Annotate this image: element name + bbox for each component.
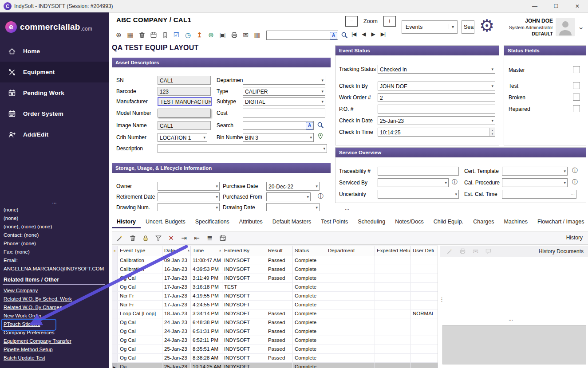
table-row[interactable]: Og Cal25-Jan-238:38:28 AMINDYSOFTPassedC… <box>112 354 438 363</box>
barcode-field[interactable]: 123 <box>158 87 211 96</box>
time-spinner[interactable]: ▴ ▾ <box>489 128 495 136</box>
delete-icon[interactable] <box>128 234 137 243</box>
search-icon[interactable] <box>341 31 348 39</box>
events-dropdown[interactable]: Events <box>402 20 458 34</box>
check-in-time-field[interactable]: 10:14:25 <box>378 128 495 137</box>
asset-search-icon[interactable] <box>317 121 324 129</box>
nav-prev-button[interactable]: ◀ <box>362 31 365 37</box>
tab[interactable]: Child Equip. <box>429 215 468 227</box>
related-link[interactable]: New Work Order <box>4 312 41 320</box>
owner-dropdown[interactable] <box>158 182 220 191</box>
wand-icon[interactable] <box>115 234 124 243</box>
list-view-icon[interactable]: ≣ <box>205 234 214 243</box>
related-link[interactable]: Batch Update Test <box>4 354 45 362</box>
clock-icon[interactable]: ◷ <box>184 31 192 39</box>
print-icon[interactable] <box>458 247 467 255</box>
checkbox-task-icon[interactable]: ☑ <box>172 31 181 39</box>
drawing-date-dropdown[interactable] <box>266 203 320 211</box>
sidebar-item-home[interactable]: Home <box>0 41 109 62</box>
tab[interactable]: Attributes <box>234 215 268 227</box>
tab[interactable]: Charges <box>468 215 499 227</box>
nav-last-button[interactable]: ▶| <box>381 31 385 37</box>
spinner-up-icon[interactable]: ▴ <box>492 129 493 132</box>
check-in-date-dropdown[interactable]: 25-Jan-23 <box>378 116 495 125</box>
column-header-event-type[interactable]: Event Type <box>118 246 162 256</box>
filter-icon[interactable] <box>154 234 162 243</box>
est-cal-time-ellipsis-button[interactable]: ... <box>571 191 575 196</box>
est-cal-time-field[interactable] <box>502 190 576 199</box>
sidebar-item-order-system[interactable]: Order System <box>0 103 109 124</box>
column-header-department[interactable]: Department <box>326 246 375 256</box>
column-header-date[interactable]: Date▴ <box>162 246 191 256</box>
image-name-field[interactable]: CAL1 <box>158 121 211 130</box>
asset-search-field[interactable] <box>243 121 314 130</box>
table-row[interactable]: Og Cal25-Jan-238:35:51 AMINDYSOFTPassedC… <box>112 345 438 354</box>
related-link[interactable]: Equipment Company Transfer <box>4 337 71 345</box>
column-header-status[interactable]: Status <box>293 246 326 256</box>
export-form-icon[interactable]: ▥ <box>253 31 261 39</box>
column-header-result[interactable]: Result <box>266 246 293 256</box>
table-row[interactable]: ▸Qa25-Jan-2310:14:25 AMINDYSOFTComplete <box>112 363 438 368</box>
related-link[interactable]: Related W.O. By Charges <box>4 303 62 312</box>
column-header-time[interactable]: Time▴ <box>191 246 222 256</box>
po-field[interactable] <box>378 105 495 114</box>
crib-number-dropdown[interactable]: LOCATION 1 <box>158 133 207 142</box>
retirement-date-dropdown[interactable] <box>158 192 220 201</box>
column-header-entered-by[interactable]: Entered By <box>222 246 266 256</box>
test-checkbox[interactable] <box>573 82 580 89</box>
location-pin-icon[interactable] <box>317 133 324 140</box>
mail-icon[interactable]: ✉ <box>471 247 480 255</box>
table-row[interactable]: Og Cal24-Jan-236:48:38 PMINDYSOFTPassedC… <box>112 318 438 327</box>
settings-gear-icon[interactable]: ⚙ <box>479 17 494 35</box>
nav-next-button[interactable]: ▶ <box>371 31 375 37</box>
model-number-field[interactable] <box>158 109 211 117</box>
tab[interactable]: Specifications <box>190 215 234 227</box>
info-icon[interactable]: ⓘ <box>318 193 324 200</box>
comment-icon[interactable] <box>484 247 493 255</box>
drawing-num-dropdown[interactable] <box>158 203 220 211</box>
subtype-dropdown[interactable]: DIGITAL <box>243 97 325 106</box>
related-link[interactable]: Company Preferences <box>4 329 54 337</box>
tab[interactable]: Notes/Docs <box>390 215 429 227</box>
info-icon[interactable]: ⓘ <box>572 179 578 185</box>
master-checkbox[interactable] <box>573 66 580 73</box>
related-link[interactable]: Related W.O. By Sched. Work <box>4 295 72 303</box>
traceability-field[interactable] <box>378 167 459 176</box>
check-in-by-dropdown[interactable]: JOHN DOE <box>378 82 495 90</box>
manufacturer-field[interactable]: TEST MANUFACTURER <box>158 97 212 106</box>
document-icon[interactable]: ▣ <box>218 31 227 39</box>
avatar[interactable] <box>556 18 575 36</box>
sidebar-item-add-edit[interactable]: Add/Edit <box>0 124 109 145</box>
tab[interactable]: Default Masters <box>268 215 316 227</box>
purchase-date-dropdown[interactable]: 20-Dec-22 <box>266 182 320 191</box>
column-header-expected-return[interactable]: Expected Return <box>375 246 411 256</box>
bookmark-icon[interactable] <box>161 31 169 39</box>
mail-icon[interactable]: ✉ <box>241 31 250 39</box>
minimize-button[interactable]: — <box>524 0 545 12</box>
header-search-input[interactable]: Search <box>462 20 474 34</box>
description-dropdown[interactable] <box>158 144 327 153</box>
spinner-down-icon[interactable]: ▾ <box>492 132 493 136</box>
work-order-field[interactable]: 2 <box>378 93 495 102</box>
globe-check-icon[interactable]: ⊛ <box>207 31 215 39</box>
type-dropdown[interactable]: CALIPER <box>243 87 325 96</box>
table-row[interactable]: Og Cal17-Jan-233:16:18 PMTESTComplete <box>112 283 438 292</box>
table-row[interactable]: Calibration16-Jan-234:39:53 PMINDYSOFTPa… <box>112 265 438 274</box>
cert-template-dropdown[interactable] <box>502 167 568 176</box>
tab[interactable]: Scheduling <box>353 215 390 227</box>
tab[interactable]: Uncert. Budgets <box>141 215 190 227</box>
sidebar-item-equipment[interactable]: Equipment <box>0 62 109 82</box>
department-dropdown[interactable] <box>243 76 325 85</box>
new-event-calendar-icon[interactable] <box>149 31 158 39</box>
table-row[interactable]: Ncr Fr17-Jan-234:24:55 PMINDYSOFTComplet… <box>112 301 438 309</box>
table-row[interactable]: Calibration09-Jan-2311:08:47 AMINDYSOFTP… <box>112 256 438 265</box>
related-link[interactable]: PTouch Stickers <box>4 320 40 329</box>
sn-field[interactable]: CAL1 <box>158 76 211 85</box>
table-row[interactable]: Og Cal24-Jan-236:51:31 PMINDYSOFTPassedC… <box>112 327 438 336</box>
bin-number-dropdown[interactable]: BIN 3 <box>243 133 314 142</box>
panel-splitter[interactable] <box>438 246 440 364</box>
search-field-a-icon[interactable]: A <box>330 32 337 39</box>
related-link[interactable]: Pipette Method Setup <box>4 345 53 354</box>
table-row[interactable]: Loop Cal [Loop]18-Jan-233:34:14 PMINDYSO… <box>112 309 438 318</box>
tab[interactable]: History <box>112 215 141 228</box>
